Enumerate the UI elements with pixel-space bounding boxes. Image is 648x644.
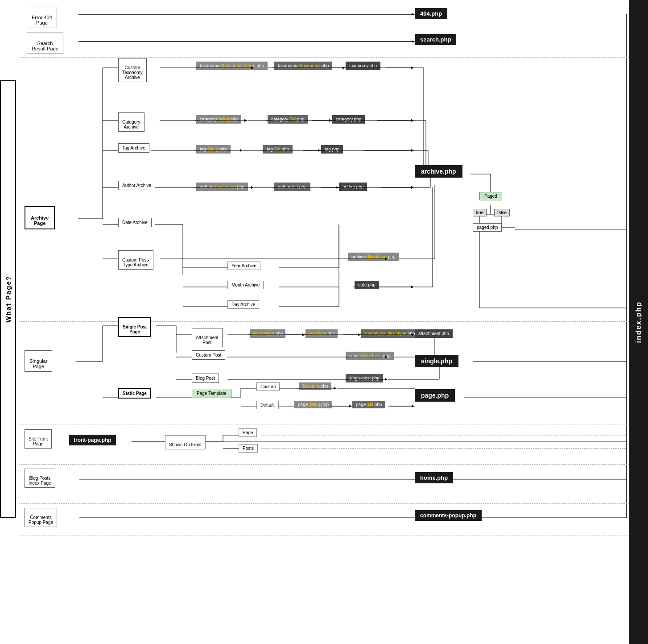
default-label-node: Default	[256, 401, 279, 409]
search-result-node: Search Result Page	[27, 33, 63, 54]
comments-popup-php-node: comments-popup.php	[415, 510, 482, 521]
custom-taxonomy-node: Custom Taxonomy Archive	[118, 58, 147, 82]
front-page-php-node: front-page.php	[69, 435, 116, 445]
author-nicename-node: author-$nicename.php	[196, 183, 248, 191]
page-php-node: page.php	[415, 389, 455, 402]
blog-post-node: Blog Post	[192, 374, 219, 383]
date-archive-node: Date Archive	[118, 218, 152, 227]
custom-post-node: Custom Post	[192, 350, 225, 360]
paged-false-box: false	[494, 209, 510, 216]
attachment-php-node: attachment.php	[415, 329, 453, 338]
archive-page-node: Archive Page	[25, 206, 55, 229]
tag-archive-node: Tag Archive	[118, 143, 149, 153]
custom-php-node: $custom.php	[299, 382, 331, 390]
taxonomy-php-node: taxonomy.php	[346, 62, 380, 70]
category-slug-node: category-$slug.php	[196, 115, 241, 124]
static-page-node: Static Page	[118, 388, 151, 399]
tag-php-node: tag.php	[321, 145, 343, 154]
custom-posttype-archive-node: Custom Post- Type Archive	[118, 250, 153, 270]
archive-posttype-node: archive-$posttype.php	[348, 253, 399, 261]
single-post-node: single-post.php	[346, 374, 383, 382]
taxonomy-tax-node: taxonomy-$taxonomy.php	[274, 62, 332, 70]
author-php-node: author.php	[339, 183, 367, 191]
page-template-node: Page Template	[192, 389, 231, 398]
mimetype-subtype-node: $mimetype_$subtype.php	[361, 329, 418, 338]
category-id-node: category-$id.php	[268, 115, 308, 124]
archive-php-node: archive.php	[415, 165, 462, 178]
category-archive-node: Category Archive	[118, 112, 144, 132]
paged-true-box: true	[473, 209, 487, 216]
date-php-node: date.php	[355, 281, 379, 289]
tag-slug-node: tag-$slug.php	[196, 145, 231, 154]
custom-label-node: Custom	[256, 382, 280, 391]
author-archive-node: Author Archive	[118, 181, 155, 190]
subtype-node: $subtype.php	[305, 329, 338, 338]
paged-box: Paged	[479, 192, 502, 200]
comments-popup-node: Comments Popup Page	[25, 508, 57, 527]
index-php-vertical-label: index.php	[629, 0, 648, 644]
404-php-node: 404.php	[415, 8, 447, 19]
singular-page-node: Singular Page	[25, 350, 52, 372]
paged-php-node: paged.php	[473, 223, 502, 232]
category-php-node: category.php	[332, 115, 365, 124]
attachment-post-node: Attachment Post	[192, 328, 223, 347]
site-front-page-node: Site Front Page	[25, 429, 52, 449]
author-id-node: author-$id.php	[274, 183, 310, 191]
single-php-node: single.php	[415, 355, 458, 367]
tag-id-node: tag-$id.php	[263, 145, 293, 154]
mimetype-node: $mimetype.php	[250, 329, 285, 338]
page-option-node: Page	[239, 428, 257, 437]
posts-option-node: Posts	[239, 444, 258, 453]
single-post-page-node: Single Post Page	[118, 317, 151, 337]
page-slug-node: page-$slug.php	[294, 401, 332, 408]
blog-posts-index-node: Blog Posts Index Page	[25, 469, 55, 488]
search-php-node: search.php	[415, 34, 456, 45]
error404-page-node: Error 404 Page	[27, 7, 57, 28]
month-archive-node: Month Archive	[227, 281, 264, 289]
day-archive-node: Day Archive	[227, 300, 259, 309]
single-posttype-node: single-$posttype.php	[346, 352, 394, 360]
page-id-node: page-$id.php	[352, 401, 385, 408]
year-archive-node: Year Archive	[227, 262, 260, 270]
what-page-vertical-label: What Page?	[0, 80, 16, 518]
taxonomy-term-node: taxonomy-$taxonomy-$term.php	[196, 62, 268, 70]
shown-on-front-node: Shown On Front	[165, 435, 206, 449]
home-php-node: home.php	[415, 472, 453, 483]
